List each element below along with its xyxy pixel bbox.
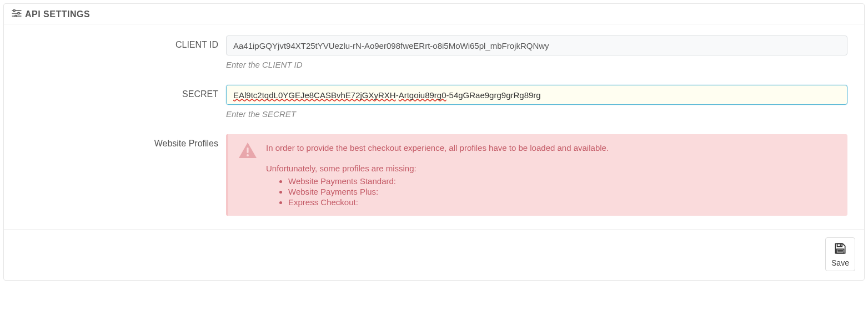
svg-rect-5 xyxy=(15,16,17,17)
svg-rect-6 xyxy=(247,148,248,153)
secret-value-seg3: 54gGRae9grg9grRg89rg xyxy=(449,90,541,100)
svg-rect-10 xyxy=(837,249,844,253)
svg-point-7 xyxy=(247,154,249,156)
secret-value-seg2: Artgoiu89rg0 xyxy=(399,90,446,100)
svg-rect-9 xyxy=(840,244,841,246)
alert-line-1: In order to provide the best checkout ex… xyxy=(266,143,837,153)
alert-line-2: Unfortunately, some profiles are missing… xyxy=(266,164,837,173)
panel-header: API SETTINGS xyxy=(4,4,864,24)
svg-rect-3 xyxy=(13,10,15,12)
svg-rect-4 xyxy=(18,13,19,14)
secret-input[interactable]: EAl9tc2tqdL0YGEJe8CASBvhE72jGXyRXH-Artgo… xyxy=(226,85,847,105)
panel-body: CLIENT ID Enter the CLIENT ID SECRET EAl… xyxy=(4,24,864,229)
settings-bars-icon xyxy=(12,9,22,19)
save-icon xyxy=(833,241,847,257)
panel-title: API SETTINGS xyxy=(25,9,90,19)
row-secret: SECRET EAl9tc2tqdL0YGEJe8CASBvhE72jGXyRX… xyxy=(21,85,847,119)
client-id-help: Enter the CLIENT ID xyxy=(226,60,847,69)
row-client-id: CLIENT ID Enter the CLIENT ID xyxy=(21,35,847,69)
secret-field-wrap: EAl9tc2tqdL0YGEJe8CASBvhE72jGXyRXH-Artgo… xyxy=(226,85,847,119)
secret-value-seg1: EAl9tc2tqdL0YGEJe8CASBvhE72jGXyRXH xyxy=(233,90,396,100)
warning-icon xyxy=(238,142,257,208)
profiles-warning-alert: In order to provide the best checkout ex… xyxy=(226,134,847,216)
alert-body: In order to provide the best checkout ex… xyxy=(266,143,837,208)
list-item: Website Payments Standard: xyxy=(288,176,837,186)
website-profiles-label: Website Profiles xyxy=(21,134,226,149)
row-website-profiles: Website Profiles In order to provide the… xyxy=(21,134,847,216)
list-item: Website Payments Plus: xyxy=(288,187,837,196)
secret-help: Enter the SECRET xyxy=(226,109,847,119)
client-id-field-wrap: Enter the CLIENT ID xyxy=(226,35,847,69)
panel-footer: Save xyxy=(4,229,864,280)
client-id-label: CLIENT ID xyxy=(21,35,226,50)
api-settings-panel: API SETTINGS CLIENT ID Enter the CLIENT … xyxy=(3,3,865,281)
secret-label: SECRET xyxy=(21,85,226,99)
list-item: Express Checkout: xyxy=(288,197,837,207)
client-id-input[interactable] xyxy=(226,35,847,55)
save-button[interactable]: Save xyxy=(825,237,855,271)
save-button-label: Save xyxy=(831,258,849,267)
missing-profiles-list: Website Payments Standard: Website Payme… xyxy=(266,176,837,207)
website-profiles-field: In order to provide the best checkout ex… xyxy=(226,134,847,216)
svg-rect-8 xyxy=(837,243,842,246)
